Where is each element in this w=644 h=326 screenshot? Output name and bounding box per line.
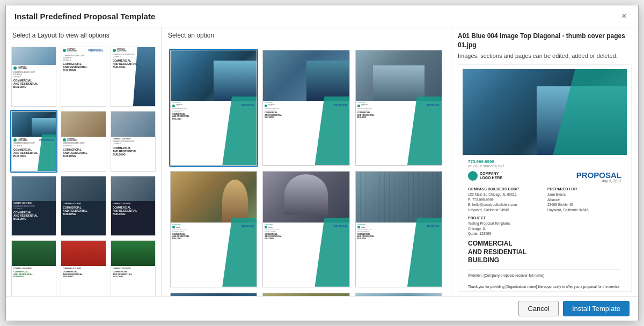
preview-proposal-label: PROPOSAL <box>576 171 621 179</box>
install-template-button[interactable]: Install Template <box>563 301 630 316</box>
preview-project-label: PROJECT <box>468 216 621 220</box>
option-thumb-9[interactable]: 773.999.9999 COMPANYLOGO PROPOSAL COMPAS… <box>354 292 443 296</box>
option-thumb-1[interactable]: 773.999.9999 COMPANYLOGO PROPOSAL COMPAS… <box>169 49 258 167</box>
option-thumb-2[interactable]: 773.999.9999 COMPANYLOGO PROPOSAL COMPAS… <box>261 49 350 167</box>
preview-client-label: COMPASS BUILDERS CORP <box>468 187 542 191</box>
dialog-title: Install Predefined Proposal Template <box>14 12 155 21</box>
preview-headline: COMMERCIALAND RESIDENTIALBUILDING <box>468 240 621 265</box>
layout-thumb-5[interactable]: COMPANYLOGO HERE COMPASS BUILDERS CORP13… <box>60 110 107 172</box>
install-template-dialog: Install Predefined Proposal Template × S… <box>5 5 639 321</box>
layout-thumb-1[interactable]: COMPANYLOGO HERE COMPASS BUILDERS CORP13… <box>10 46 57 108</box>
option-thumb-3[interactable]: 773.999.9999 COMPANYLOGO PROPOSAL COMPAS… <box>354 49 443 167</box>
left-panel-label: Select a Layout to view all options <box>6 27 161 43</box>
layout-thumb-8[interactable]: COMPANY LOGO HERE COMMERCIALAND RESIDENT… <box>60 175 107 237</box>
option-thumb-5[interactable]: 773.999.9999 COMPANYLOGO PROPOSAL COMPAS… <box>261 170 350 288</box>
preview-client-address: 133 Main St. Chicago, IL 60611P: 773.999… <box>468 192 542 213</box>
preview-body-text: Attention: [Company-proposal-receiver-fu… <box>468 273 621 292</box>
preview-project: Testing Proposal TemplatesChicago, ILQuo… <box>468 221 621 236</box>
close-button[interactable]: × <box>619 11 630 21</box>
preview-image-area[interactable]: 773.999.9999 AT YOUR SERVICE 24/7 COMPAN… <box>458 64 632 292</box>
option-grid: 773.999.9999 COMPANYLOGO PROPOSAL COMPAS… <box>166 46 447 296</box>
dialog-footer: Cancel Install Template <box>6 296 638 321</box>
layout-thumb-2[interactable]: COMPANYLOGO HERE PROPOSAL COMPASS BUILDE… <box>60 46 107 108</box>
option-thumb-8[interactable]: 773.999.9999 COMPANYLOGO PROPOSAL COMPAS… <box>261 292 350 296</box>
layout-thumb-12[interactable]: COMPANY LOGO HERE COMMERCIALAND RESIDENT… <box>109 239 157 296</box>
option-thumb-7[interactable]: 773.999.9999 COMPANYLOGO PROPOSAL COMPAS… <box>169 292 258 296</box>
layout-thumb-6[interactable]: COMPANY LOGO HERE COMPASS BUILDERS CORP1… <box>109 110 157 172</box>
layout-thumb-3[interactable]: COMPANYLOGO HERE COMPASS BUILDERS CORP13… <box>109 46 157 108</box>
preview-title: A01 Blue 004 Image Top Diagonal - thumb … <box>458 32 632 50</box>
layout-thumb-4[interactable]: COMPANYLOGO HERE PROPOSAL COMPASS BUILDE… <box>10 110 57 172</box>
dialog-header: Install Predefined Proposal Template × <box>6 5 638 27</box>
preview-phone: 773.999.9999 <box>468 159 621 164</box>
middle-panel-label: Select an option <box>162 27 451 43</box>
preview-logo-icon <box>468 171 478 181</box>
cancel-button[interactable]: Cancel <box>518 301 558 316</box>
layout-thumb-9[interactable]: COMPANY LOGO HERE COMMERCIALAND RESIDENT… <box>109 175 157 237</box>
preview-prepared-for: Jane EvansAlliance23669 Eichler StHaywar… <box>547 192 621 213</box>
preview-desc: Images, sections and pages can be edited… <box>458 52 632 60</box>
layout-thumb-grid: COMPANYLOGO HERE COMPASS BUILDERS CORP13… <box>10 46 157 296</box>
left-scroll-area[interactable]: COMPANYLOGO HERE COMPASS BUILDERS CORP13… <box>6 43 161 296</box>
preview-company: COMPANYLOGO HERE <box>480 172 502 181</box>
option-thumb-4[interactable]: 773.999.9999 COMPANYLOGO PROPOSAL COMPAS… <box>169 170 258 288</box>
layout-thumb-10[interactable]: COMPANY LOGO HERE COMMERCIALAND RESIDENT… <box>10 239 57 296</box>
preview-prepared-for-label: PREPARED FOR <box>547 187 621 191</box>
layout-thumb-7[interactable]: COMPANY LOGO HERE COMPASS BUILDERS CORP1… <box>10 175 57 237</box>
dialog-body: Select a Layout to view all options COMP… <box>6 27 638 296</box>
left-panel: Select a Layout to view all options COMP… <box>6 27 162 296</box>
right-panel: A01 Blue 004 Image Top Diagonal - thumb … <box>451 27 638 296</box>
preview-tagline: AT YOUR SERVICE 24/7 <box>468 165 621 168</box>
preview-date: July 3, 2021 <box>576 179 621 183</box>
layout-thumb-11[interactable]: COMPANY LOGO HERE COMMERCIALAND RESIDENT… <box>60 239 107 296</box>
middle-panel: Select an option 773.999.9999 <box>162 27 451 296</box>
middle-scroll-area[interactable]: 773.999.9999 COMPANYLOGO PROPOSAL COMPAS… <box>162 43 451 296</box>
preview-document: 773.999.9999 AT YOUR SERVICE 24/7 COMPAN… <box>458 65 631 292</box>
option-thumb-6[interactable]: 773.999.9999 COMPANYLOGO PROPOSAL COMPAS… <box>354 170 443 288</box>
